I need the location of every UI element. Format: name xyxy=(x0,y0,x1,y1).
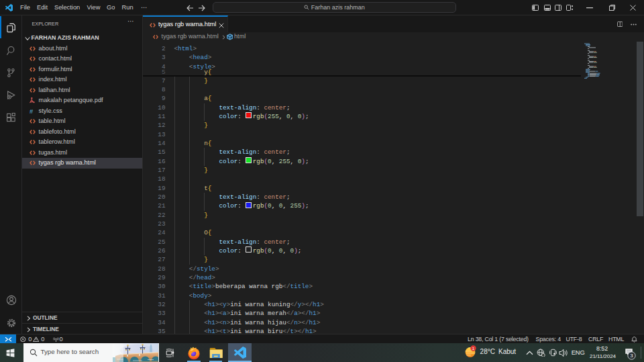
svg-text:1: 1 xyxy=(472,346,474,351)
svg-text:3: 3 xyxy=(630,353,633,359)
